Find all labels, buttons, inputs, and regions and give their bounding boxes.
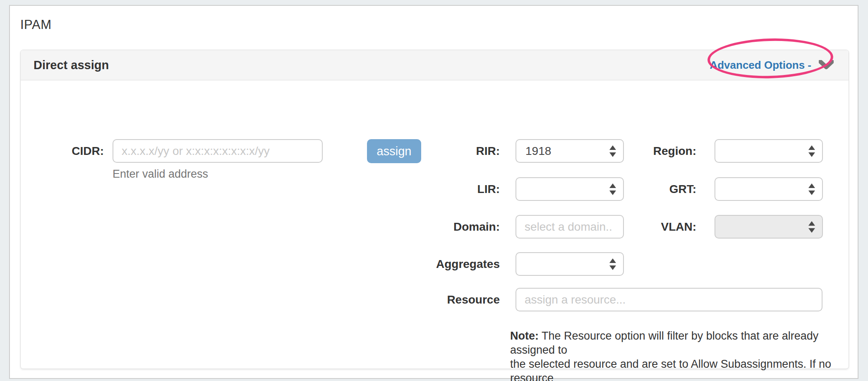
domain-label: Domain: xyxy=(376,215,500,239)
page-title: IPAM xyxy=(20,17,52,32)
rir-select[interactable]: 1918 xyxy=(516,139,624,163)
up-down-arrows-icon xyxy=(808,183,815,195)
aggregates-select[interactable] xyxy=(516,252,624,276)
domain-input[interactable] xyxy=(516,215,624,239)
lir-label: LIR: xyxy=(376,177,500,201)
lir-select[interactable] xyxy=(516,177,624,201)
aggregates-label: Aggregates xyxy=(376,252,500,276)
up-down-arrows-icon xyxy=(808,145,815,157)
resource-input[interactable] xyxy=(516,288,822,311)
grt-label: GRT: xyxy=(621,177,696,201)
cidr-help-text: Enter valid address xyxy=(113,168,208,181)
up-down-arrows-icon xyxy=(609,183,616,195)
advanced-options-toggle[interactable]: Advanced Options - xyxy=(710,59,834,72)
advanced-options-label[interactable]: Advanced Options - xyxy=(710,59,811,72)
page-background: IPAM Direct assign Advanced Options - CI… xyxy=(0,0,868,381)
up-down-arrows-icon xyxy=(808,221,815,233)
up-down-arrows-icon xyxy=(609,258,616,270)
note-label: Note: xyxy=(510,330,539,342)
panel-title: Direct assign xyxy=(34,58,109,72)
resource-label: Resource xyxy=(376,288,500,311)
up-down-arrows-icon xyxy=(609,145,616,157)
region-select[interactable] xyxy=(715,139,823,163)
grt-select[interactable] xyxy=(715,177,823,201)
panel-header: Direct assign Advanced Options - xyxy=(21,50,849,80)
region-label: Region: xyxy=(621,139,696,163)
note-line: the selected resource and are set to All… xyxy=(510,357,845,381)
chevron-down-icon[interactable] xyxy=(819,60,834,70)
note-line: Note: The Resource option will filter by… xyxy=(510,329,845,357)
resource-note: Note: The Resource option will filter by… xyxy=(510,329,845,381)
rir-select-value: 1918 xyxy=(525,145,551,158)
vlan-label: VLAN: xyxy=(621,215,696,239)
cidr-input[interactable] xyxy=(113,139,323,163)
vlan-select xyxy=(715,215,823,239)
cidr-label: CIDR: xyxy=(29,139,104,163)
direct-assign-panel: Direct assign Advanced Options - CIDR: E… xyxy=(20,50,849,369)
content-card: IPAM Direct assign Advanced Options - CI… xyxy=(9,5,858,379)
panel-body: CIDR: Enter valid address assign RIR: 19… xyxy=(21,80,849,369)
rir-label: RIR: xyxy=(376,139,500,163)
